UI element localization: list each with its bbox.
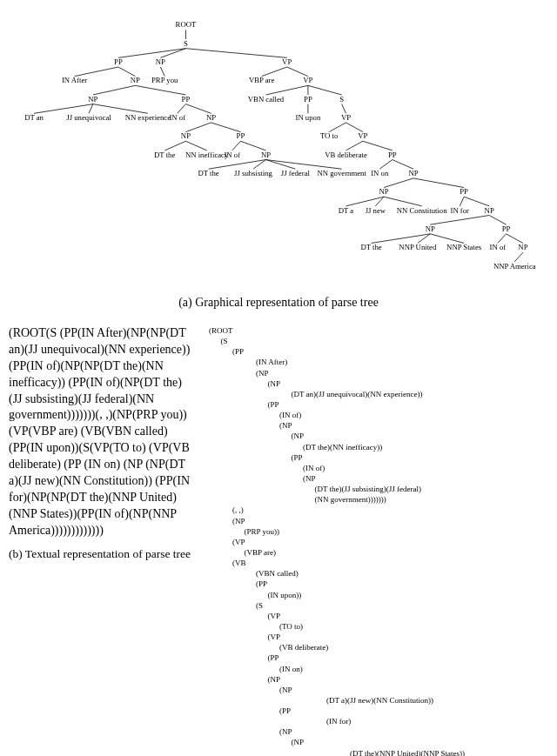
tree-node: NP: [181, 131, 191, 140]
svg-line-4: [75, 67, 118, 77]
svg-line-45: [489, 216, 506, 225]
svg-line-14: [34, 104, 93, 114]
tree-node: VBN called: [248, 95, 285, 104]
tree-node: PRP you: [151, 76, 178, 84]
tree-node: NP: [156, 57, 165, 66]
svg-line-33: [265, 160, 295, 170]
svg-line-25: [164, 141, 185, 151]
svg-line-49: [498, 234, 507, 244]
tree-node: NP: [88, 95, 97, 104]
svg-line-6: [160, 67, 164, 77]
caption-b: (b) Textual representation of parse tree: [9, 546, 191, 562]
flat-parse-text: (ROOT(S (PP(IN After)(NP(NP(DT an)(JJ un…: [9, 325, 191, 539]
svg-line-5: [118, 67, 135, 77]
tree-node: PP: [304, 95, 312, 104]
tree-node: NN inefficacy: [185, 151, 229, 159]
tree-node: JJ federal: [281, 169, 311, 177]
tree-node: NP: [131, 76, 140, 84]
svg-line-27: [232, 141, 241, 151]
tree-node: NNP States: [446, 243, 482, 251]
svg-line-43: [464, 197, 489, 206]
formatted-parse-text: (ROOT (S (PP (IN After) (NP (NP (DT an)(…: [209, 325, 465, 756]
svg-line-51: [514, 252, 523, 262]
tree-node: IN of: [224, 151, 240, 159]
svg-line-10: [135, 85, 185, 95]
tree-node: VP: [282, 57, 292, 66]
tree-node: PP: [182, 95, 191, 104]
svg-line-46: [372, 234, 431, 244]
tree-node: NP: [426, 224, 435, 233]
svg-line-38: [413, 178, 464, 188]
parse-tree-diagram: ROOTSPPNPVPIN AfterNPPRP youVBP areVPNPP…: [9, 9, 548, 287]
svg-line-13: [308, 85, 342, 95]
tree-node: NP: [206, 113, 216, 122]
caption-a: (a) Graphical representation of parse tr…: [9, 296, 548, 310]
tree-node: IN of: [169, 113, 185, 122]
svg-line-17: [178, 104, 186, 114]
svg-line-40: [375, 197, 384, 206]
tree-node: PP: [237, 131, 245, 140]
tree-node: DT a: [339, 206, 354, 215]
svg-line-31: [209, 160, 266, 170]
tree-node: DT an: [24, 113, 44, 122]
tree-node: JJ subsisting: [234, 169, 272, 177]
tree-node: NP: [485, 206, 494, 215]
tree-node: JJ new: [366, 206, 386, 215]
svg-line-22: [211, 123, 241, 132]
tree-node: PP: [460, 187, 468, 196]
bottom-row: (ROOT(S (PP(IN After)(NP(NP(DT an)(JJ un…: [9, 325, 548, 756]
svg-line-1: [118, 49, 186, 58]
tree-node: IN on: [371, 169, 389, 177]
svg-line-9: [93, 85, 135, 95]
tree-node: NN government: [317, 169, 366, 177]
svg-line-3: [185, 49, 286, 58]
tree-node: VP: [303, 76, 312, 84]
svg-line-21: [185, 123, 211, 132]
svg-line-35: [379, 160, 393, 170]
tree-node: IN of: [490, 243, 507, 251]
subfigure-b: (ROOT(S (PP(IN After)(NP(NP(DT an)(JJ un…: [9, 325, 191, 561]
tree-node: JJ unequivocal: [66, 113, 111, 122]
tree-node: PP: [388, 151, 397, 159]
tree-node: VP: [358, 131, 367, 140]
tree-node: S: [184, 39, 188, 48]
svg-line-23: [329, 123, 346, 132]
tree-node: VBP are: [249, 76, 275, 84]
tree-node: NN Constitution: [397, 206, 447, 215]
tree-node: NNP America: [493, 262, 536, 271]
subfigure-a: ROOTSPPNPVPIN AfterNPPRP youVBP areVPNPP…: [9, 9, 548, 310]
subfigure-c: (ROOT (S (PP (IN After) (NP (NP (DT an)(…: [209, 325, 465, 756]
tree-node: VB deliberate: [325, 151, 367, 159]
svg-line-11: [265, 85, 307, 95]
svg-line-24: [346, 123, 363, 132]
svg-line-30: [363, 141, 393, 151]
tree-node: PP: [114, 57, 123, 66]
svg-line-15: [89, 104, 93, 114]
tree-node: VP: [341, 113, 351, 122]
svg-line-2: [160, 49, 185, 58]
tree-node: DT the: [154, 151, 175, 159]
svg-line-18: [185, 104, 211, 114]
svg-line-26: [185, 141, 206, 151]
tree-node: NN experience: [125, 113, 171, 122]
svg-line-48: [430, 234, 464, 244]
tree-node: NNP United: [399, 243, 437, 251]
svg-line-29: [346, 141, 363, 151]
svg-line-7: [262, 67, 287, 77]
svg-line-32: [253, 160, 266, 170]
svg-line-20: [342, 104, 346, 114]
svg-line-37: [384, 178, 413, 188]
tree-node: S: [339, 95, 344, 104]
tree-node: IN After: [62, 76, 87, 84]
tree-node: ROOT: [176, 20, 197, 29]
tree-node: TO to: [320, 131, 339, 140]
tree-node: NP: [261, 151, 271, 159]
svg-line-16: [93, 104, 148, 114]
tree-node: IN upon: [296, 113, 321, 122]
tree-node: NP: [379, 187, 389, 196]
svg-line-36: [393, 160, 413, 170]
tree-node: IN for: [451, 206, 470, 215]
svg-line-39: [346, 197, 385, 206]
tree-node: PP: [502, 224, 511, 233]
tree-node: NP: [518, 243, 527, 251]
